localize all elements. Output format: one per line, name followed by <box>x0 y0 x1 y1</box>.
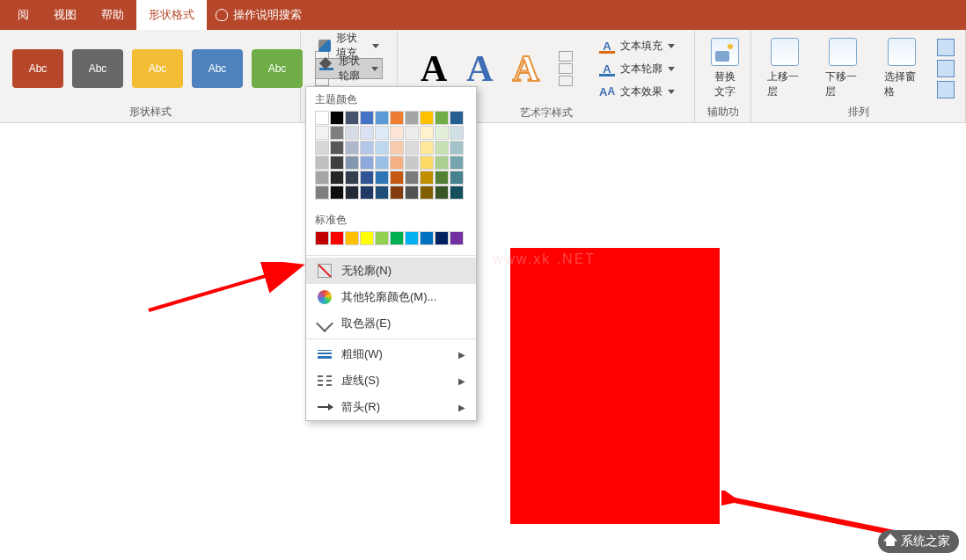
color-swatch[interactable] <box>435 231 449 245</box>
color-swatch[interactable] <box>330 231 344 245</box>
color-swatch[interactable] <box>435 141 449 155</box>
wordart-more-button[interactable] <box>559 51 573 86</box>
color-swatch[interactable] <box>315 141 329 155</box>
shape-style-4[interactable]: Abc <box>192 49 243 88</box>
tab-shape-format[interactable]: 形状格式 <box>136 0 207 30</box>
color-swatch[interactable] <box>435 171 449 185</box>
color-swatch[interactable] <box>330 185 344 200</box>
color-swatch[interactable] <box>450 171 464 185</box>
text-fill-button[interactable]: 文本填充 <box>596 35 678 56</box>
color-swatch[interactable] <box>345 171 359 185</box>
color-swatch[interactable] <box>375 156 389 170</box>
wordart-style-1[interactable]: A <box>421 47 447 90</box>
color-swatch[interactable] <box>360 126 374 140</box>
align-icon[interactable] <box>937 39 955 56</box>
shape-style-1[interactable]: Abc <box>12 49 63 88</box>
color-swatch[interactable] <box>315 111 329 125</box>
color-swatch[interactable] <box>435 111 449 125</box>
color-swatch[interactable] <box>345 185 359 200</box>
color-swatch[interactable] <box>360 231 374 245</box>
color-swatch[interactable] <box>315 171 329 185</box>
weight-item[interactable]: 粗细(W)▶ <box>306 341 476 367</box>
shape-style-3[interactable]: Abc <box>132 49 183 88</box>
color-swatch[interactable] <box>405 141 419 155</box>
color-swatch[interactable] <box>420 126 434 140</box>
color-swatch[interactable] <box>315 156 329 170</box>
dashes-item[interactable]: 虚线(S)▶ <box>306 367 476 394</box>
color-swatch[interactable] <box>330 111 344 125</box>
wordart-style-2[interactable]: A <box>466 47 493 90</box>
color-swatch[interactable] <box>420 231 434 245</box>
color-swatch[interactable] <box>315 126 329 140</box>
color-swatch[interactable] <box>345 141 359 155</box>
rotate-icon[interactable] <box>937 81 955 98</box>
color-swatch[interactable] <box>420 141 434 155</box>
tell-me-search[interactable]: 操作说明搜索 <box>207 7 311 23</box>
color-swatch[interactable] <box>360 111 374 125</box>
color-swatch[interactable] <box>345 231 359 245</box>
no-outline-item[interactable]: 无轮廓(N) <box>306 258 476 284</box>
color-swatch[interactable] <box>420 156 434 170</box>
color-swatch[interactable] <box>375 111 389 125</box>
bring-forward-button[interactable]: 上移一层 <box>758 34 811 103</box>
color-swatch[interactable] <box>330 126 344 140</box>
color-swatch[interactable] <box>330 171 344 185</box>
color-swatch[interactable] <box>390 111 404 125</box>
color-swatch[interactable] <box>375 231 389 245</box>
color-swatch[interactable] <box>390 231 404 245</box>
color-swatch[interactable] <box>405 185 419 200</box>
color-swatch[interactable] <box>360 171 374 185</box>
color-swatch[interactable] <box>345 111 359 125</box>
color-swatch[interactable] <box>345 156 359 170</box>
alt-text-button[interactable]: 替换 文字 <box>702 34 748 103</box>
color-swatch[interactable] <box>420 171 434 185</box>
color-swatch[interactable] <box>360 156 374 170</box>
more-colors-item[interactable]: 其他轮廓颜色(M)... <box>306 284 476 310</box>
color-swatch[interactable] <box>315 185 329 200</box>
color-swatch[interactable] <box>390 156 404 170</box>
color-swatch[interactable] <box>405 231 419 245</box>
tab-help[interactable]: 帮助 <box>89 0 136 30</box>
red-rectangle-shape[interactable] <box>510 248 720 524</box>
color-swatch[interactable] <box>450 156 464 170</box>
tab-review[interactable]: 阅 <box>5 0 41 30</box>
selection-pane-button[interactable]: 选择窗格 <box>875 34 928 103</box>
color-swatch[interactable] <box>450 231 464 245</box>
color-swatch[interactable] <box>435 156 449 170</box>
color-swatch[interactable] <box>435 185 449 200</box>
color-swatch[interactable] <box>405 171 419 185</box>
color-swatch[interactable] <box>315 231 329 245</box>
text-effects-button[interactable]: A文本效果 <box>596 81 678 102</box>
color-swatch[interactable] <box>345 126 359 140</box>
color-swatch[interactable] <box>390 141 404 155</box>
text-outline-button[interactable]: 文本轮廓 <box>596 58 678 79</box>
color-swatch[interactable] <box>390 126 404 140</box>
color-swatch[interactable] <box>375 171 389 185</box>
color-swatch[interactable] <box>435 126 449 140</box>
color-swatch[interactable] <box>360 185 374 200</box>
color-swatch[interactable] <box>390 171 404 185</box>
shape-outline-button[interactable]: 形状轮廓 <box>315 58 383 79</box>
eyedropper-item[interactable]: 取色器(E) <box>306 310 476 337</box>
color-swatch[interactable] <box>375 126 389 140</box>
group-icon[interactable] <box>937 60 955 77</box>
color-swatch[interactable] <box>375 185 389 200</box>
arrows-item[interactable]: 箭头(R)▶ <box>306 394 476 420</box>
color-swatch[interactable] <box>450 141 464 155</box>
color-swatch[interactable] <box>450 185 464 200</box>
color-swatch[interactable] <box>405 126 419 140</box>
color-swatch[interactable] <box>330 156 344 170</box>
tab-view[interactable]: 视图 <box>41 0 89 30</box>
color-swatch[interactable] <box>405 111 419 125</box>
color-swatch[interactable] <box>450 111 464 125</box>
color-swatch[interactable] <box>375 141 389 155</box>
color-swatch[interactable] <box>420 111 434 125</box>
color-swatch[interactable] <box>420 185 434 200</box>
color-swatch[interactable] <box>330 141 344 155</box>
send-backward-button[interactable]: 下移一层 <box>816 34 869 103</box>
shape-style-5[interactable]: Abc <box>252 49 303 88</box>
shape-style-2[interactable]: Abc <box>72 49 123 88</box>
color-swatch[interactable] <box>450 126 464 140</box>
color-swatch[interactable] <box>405 156 419 170</box>
wordart-style-3[interactable]: A <box>513 47 539 90</box>
